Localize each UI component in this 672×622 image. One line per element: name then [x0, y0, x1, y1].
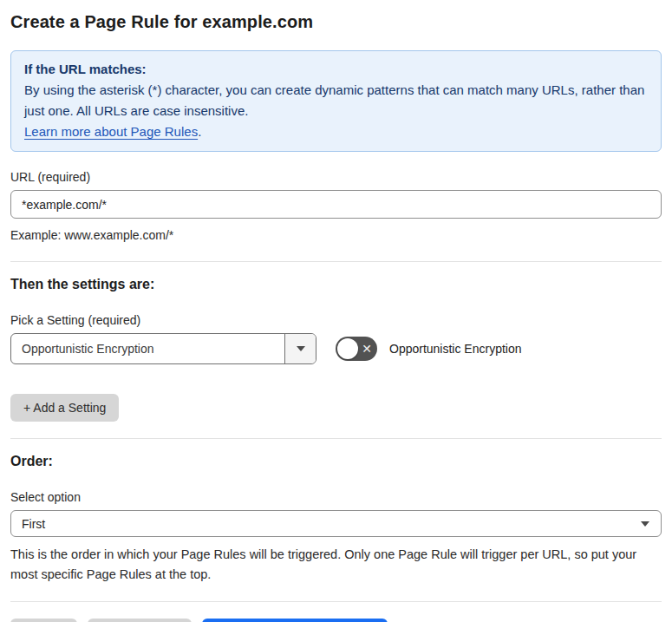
order-select-label: Select option — [10, 490, 662, 504]
divider — [10, 261, 662, 262]
learn-more-link[interactable]: Learn more about Page Rules — [24, 124, 198, 139]
page-rule-form: Create a Page Rule for example.com If th… — [0, 0, 672, 622]
order-select-value: First — [22, 517, 45, 531]
link-suffix: . — [198, 124, 201, 139]
add-setting-button[interactable]: + Add a Setting — [10, 394, 119, 422]
page-title: Create a Page Rule for example.com — [10, 12, 662, 32]
setting-dropdown-value: Opportunistic Encryption — [11, 334, 284, 363]
cancel-button[interactable]: Cancel — [10, 619, 77, 622]
chevron-down-icon — [297, 346, 305, 351]
order-helper-text: This is the order in which your Page Rul… — [10, 545, 662, 585]
order-section-heading: Order: — [10, 454, 662, 469]
info-box-heading: If the URL matches: — [24, 59, 648, 80]
order-select[interactable]: First — [10, 510, 662, 537]
setting-picker-label: Pick a Setting (required) — [10, 313, 662, 327]
divider — [10, 438, 662, 439]
url-section: URL (required) Example: www.example.com/… — [10, 170, 662, 245]
info-box-body: By using the asterisk (*) character, you… — [24, 80, 648, 121]
divider — [10, 601, 662, 602]
save-and-deploy-button[interactable]: Save and Deploy Page Rule — [202, 619, 388, 622]
url-input[interactable] — [10, 190, 662, 219]
save-as-draft-button[interactable]: Save as Draft — [88, 619, 192, 622]
chevron-down-icon — [641, 521, 649, 527]
setting-dropdown[interactable]: Opportunistic Encryption — [10, 333, 316, 364]
toggle-off-x-icon: ✕ — [362, 337, 372, 361]
settings-section-heading: Then the settings are: — [10, 277, 662, 292]
toggle-label: Opportunistic Encryption — [389, 342, 522, 356]
toggle-knob — [337, 338, 358, 359]
setting-dropdown-arrow-button[interactable] — [284, 334, 316, 363]
url-field-label: URL (required) — [10, 170, 662, 184]
url-example-helper: Example: www.example.com/* — [10, 226, 662, 245]
setting-row: Opportunistic Encryption ✕ Opportunistic… — [10, 333, 662, 364]
footer-actions: Cancel Save as Draft Save and Deploy Pag… — [10, 619, 662, 622]
url-match-info-box: If the URL matches: By using the asteris… — [10, 50, 662, 152]
opportunistic-encryption-toggle[interactable]: ✕ — [336, 337, 377, 361]
info-box-link-line: Learn more about Page Rules. — [24, 121, 648, 142]
